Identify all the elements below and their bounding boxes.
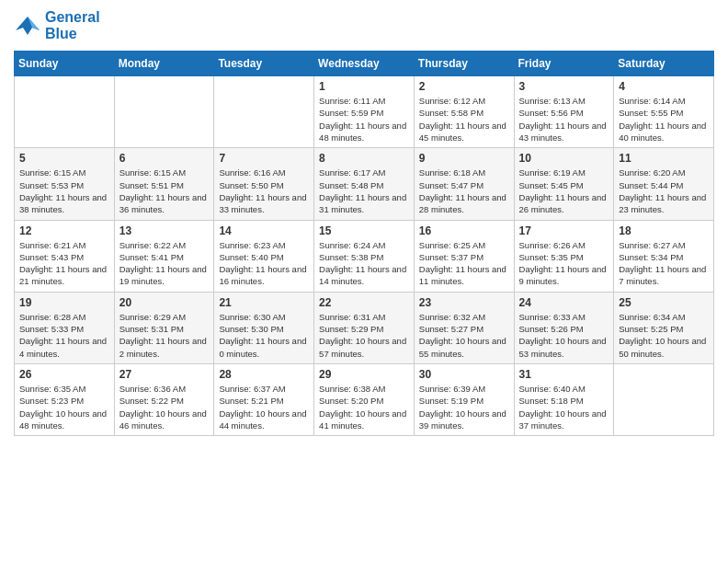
logo: General Blue <box>14 9 100 41</box>
calendar-cell: 29Sunrise: 6:38 AM Sunset: 5:20 PM Dayli… <box>314 363 415 435</box>
calendar-table: SundayMondayTuesdayWednesdayThursdayFrid… <box>14 51 714 436</box>
day-number: 31 <box>519 368 609 381</box>
logo-text: General Blue <box>45 9 100 41</box>
calendar-cell: 24Sunrise: 6:33 AM Sunset: 5:26 PM Dayli… <box>514 292 614 363</box>
day-number: 18 <box>619 224 709 237</box>
weekday-header-thursday: Thursday <box>414 52 514 76</box>
day-number: 27 <box>119 368 210 381</box>
day-info: Sunrise: 6:40 AM Sunset: 5:18 PM Dayligh… <box>519 383 609 431</box>
day-info: Sunrise: 6:26 AM Sunset: 5:35 PM Dayligh… <box>519 239 609 288</box>
logo-icon <box>14 12 41 40</box>
day-info: Sunrise: 6:17 AM Sunset: 5:48 PM Dayligh… <box>319 167 409 215</box>
calendar-cell: 5Sunrise: 6:15 AM Sunset: 5:53 PM Daylig… <box>15 148 115 220</box>
calendar-cell: 8Sunrise: 6:17 AM Sunset: 5:48 PM Daylig… <box>314 148 415 220</box>
calendar-week-row: 19Sunrise: 6:28 AM Sunset: 5:33 PM Dayli… <box>15 292 714 363</box>
calendar-week-row: 12Sunrise: 6:21 AM Sunset: 5:43 PM Dayli… <box>15 220 714 292</box>
calendar-cell: 22Sunrise: 6:31 AM Sunset: 5:29 PM Dayli… <box>314 292 415 363</box>
day-info: Sunrise: 6:35 AM Sunset: 5:23 PM Dayligh… <box>19 383 109 431</box>
calendar-cell: 10Sunrise: 6:19 AM Sunset: 5:45 PM Dayli… <box>514 148 614 220</box>
calendar-cell: 23Sunrise: 6:32 AM Sunset: 5:27 PM Dayli… <box>414 292 514 363</box>
day-number: 7 <box>219 152 309 165</box>
calendar-cell: 6Sunrise: 6:15 AM Sunset: 5:51 PM Daylig… <box>114 148 214 220</box>
calendar-cell: 19Sunrise: 6:28 AM Sunset: 5:33 PM Dayli… <box>15 292 115 363</box>
day-info: Sunrise: 6:29 AM Sunset: 5:31 PM Dayligh… <box>119 311 210 360</box>
day-number: 25 <box>619 296 709 309</box>
day-number: 30 <box>419 368 509 381</box>
calendar-cell: 12Sunrise: 6:21 AM Sunset: 5:43 PM Dayli… <box>15 220 115 292</box>
day-number: 13 <box>119 224 210 237</box>
day-info: Sunrise: 6:21 AM Sunset: 5:43 PM Dayligh… <box>19 239 109 288</box>
day-number: 23 <box>419 296 509 309</box>
day-number: 24 <box>519 296 609 309</box>
calendar-cell <box>614 363 714 435</box>
calendar-cell: 30Sunrise: 6:39 AM Sunset: 5:19 PM Dayli… <box>414 363 514 435</box>
day-number: 1 <box>319 80 409 93</box>
day-number: 3 <box>519 80 609 93</box>
day-info: Sunrise: 6:37 AM Sunset: 5:21 PM Dayligh… <box>219 383 309 431</box>
day-info: Sunrise: 6:30 AM Sunset: 5:30 PM Dayligh… <box>219 311 309 360</box>
day-info: Sunrise: 6:13 AM Sunset: 5:56 PM Dayligh… <box>519 95 609 144</box>
calendar-cell <box>114 76 214 148</box>
weekday-header-monday: Monday <box>114 52 214 76</box>
day-number: 11 <box>619 152 709 165</box>
weekday-header-tuesday: Tuesday <box>214 52 314 76</box>
calendar-cell: 25Sunrise: 6:34 AM Sunset: 5:25 PM Dayli… <box>614 292 714 363</box>
day-info: Sunrise: 6:14 AM Sunset: 5:55 PM Dayligh… <box>619 95 709 144</box>
day-info: Sunrise: 6:33 AM Sunset: 5:26 PM Dayligh… <box>519 311 609 360</box>
day-number: 28 <box>219 368 309 381</box>
day-info: Sunrise: 6:32 AM Sunset: 5:27 PM Dayligh… <box>419 311 509 360</box>
day-number: 10 <box>519 152 609 165</box>
calendar-cell: 4Sunrise: 6:14 AM Sunset: 5:55 PM Daylig… <box>614 76 714 148</box>
day-number: 12 <box>19 224 109 237</box>
calendar-cell: 7Sunrise: 6:16 AM Sunset: 5:50 PM Daylig… <box>214 148 314 220</box>
calendar-cell: 3Sunrise: 6:13 AM Sunset: 5:56 PM Daylig… <box>514 76 614 148</box>
calendar-cell: 26Sunrise: 6:35 AM Sunset: 5:23 PM Dayli… <box>15 363 115 435</box>
weekday-header-sunday: Sunday <box>15 52 115 76</box>
calendar-cell <box>15 76 115 148</box>
day-info: Sunrise: 6:25 AM Sunset: 5:37 PM Dayligh… <box>419 239 509 288</box>
calendar-cell: 13Sunrise: 6:22 AM Sunset: 5:41 PM Dayli… <box>114 220 214 292</box>
calendar-cell: 18Sunrise: 6:27 AM Sunset: 5:34 PM Dayli… <box>614 220 714 292</box>
calendar-cell: 21Sunrise: 6:30 AM Sunset: 5:30 PM Dayli… <box>214 292 314 363</box>
day-number: 29 <box>319 368 409 381</box>
day-info: Sunrise: 6:15 AM Sunset: 5:51 PM Dayligh… <box>119 167 210 215</box>
weekday-header-row: SundayMondayTuesdayWednesdayThursdayFrid… <box>15 52 714 76</box>
calendar-cell: 20Sunrise: 6:29 AM Sunset: 5:31 PM Dayli… <box>114 292 214 363</box>
calendar-cell: 11Sunrise: 6:20 AM Sunset: 5:44 PM Dayli… <box>614 148 714 220</box>
day-info: Sunrise: 6:27 AM Sunset: 5:34 PM Dayligh… <box>619 239 709 288</box>
day-number: 20 <box>119 296 210 309</box>
day-number: 14 <box>219 224 309 237</box>
weekday-header-saturday: Saturday <box>614 52 714 76</box>
day-info: Sunrise: 6:34 AM Sunset: 5:25 PM Dayligh… <box>619 311 709 360</box>
day-info: Sunrise: 6:15 AM Sunset: 5:53 PM Dayligh… <box>19 167 109 215</box>
day-info: Sunrise: 6:22 AM Sunset: 5:41 PM Dayligh… <box>119 239 210 288</box>
calendar-cell: 31Sunrise: 6:40 AM Sunset: 5:18 PM Dayli… <box>514 363 614 435</box>
day-info: Sunrise: 6:39 AM Sunset: 5:19 PM Dayligh… <box>419 383 509 431</box>
day-number: 22 <box>319 296 409 309</box>
svg-marker-0 <box>16 17 40 35</box>
weekday-header-wednesday: Wednesday <box>314 52 415 76</box>
page: General Blue SundayMondayTuesdayWednesda… <box>0 0 728 450</box>
day-info: Sunrise: 6:36 AM Sunset: 5:22 PM Dayligh… <box>119 383 210 431</box>
day-number: 15 <box>319 224 409 237</box>
weekday-header-friday: Friday <box>514 52 614 76</box>
day-info: Sunrise: 6:38 AM Sunset: 5:20 PM Dayligh… <box>319 383 409 431</box>
day-info: Sunrise: 6:24 AM Sunset: 5:38 PM Dayligh… <box>319 239 409 288</box>
day-info: Sunrise: 6:16 AM Sunset: 5:50 PM Dayligh… <box>219 167 309 215</box>
day-info: Sunrise: 6:23 AM Sunset: 5:40 PM Dayligh… <box>219 239 309 288</box>
day-number: 9 <box>419 152 509 165</box>
day-info: Sunrise: 6:28 AM Sunset: 5:33 PM Dayligh… <box>19 311 109 360</box>
day-number: 26 <box>19 368 109 381</box>
day-number: 4 <box>619 80 709 93</box>
day-number: 16 <box>419 224 509 237</box>
header: General Blue <box>14 9 714 41</box>
day-info: Sunrise: 6:11 AM Sunset: 5:59 PM Dayligh… <box>319 95 409 144</box>
day-number: 17 <box>519 224 609 237</box>
calendar-cell: 15Sunrise: 6:24 AM Sunset: 5:38 PM Dayli… <box>314 220 415 292</box>
calendar-cell: 1Sunrise: 6:11 AM Sunset: 5:59 PM Daylig… <box>314 76 415 148</box>
calendar-cell: 2Sunrise: 6:12 AM Sunset: 5:58 PM Daylig… <box>414 76 514 148</box>
calendar-week-row: 1Sunrise: 6:11 AM Sunset: 5:59 PM Daylig… <box>15 76 714 148</box>
day-number: 19 <box>19 296 109 309</box>
day-number: 21 <box>219 296 309 309</box>
day-number: 8 <box>319 152 409 165</box>
